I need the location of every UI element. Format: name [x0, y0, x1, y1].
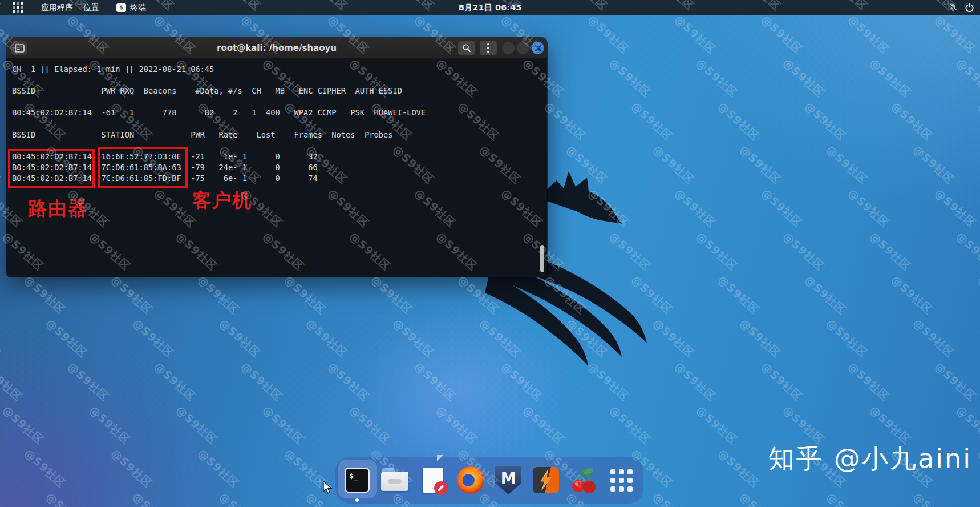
- metasploit-icon: M: [495, 466, 521, 494]
- terminal-task-label: 终端: [130, 3, 146, 13]
- router-annotation: 路由器: [28, 196, 88, 222]
- dock-item-cherrytree[interactable]: [568, 460, 600, 500]
- dock-item-metasploit[interactable]: M: [492, 460, 524, 500]
- firefox-icon: [457, 466, 484, 494]
- dock-item-firefox[interactable]: [455, 460, 487, 500]
- pencil-badge-icon: [434, 481, 448, 495]
- terminal-output-area[interactable]: CH 1 ][ Elapsed: 1 min ][ 2022-08-21 06:…: [6, 59, 547, 277]
- maximize-button[interactable]: [517, 42, 529, 54]
- file-manager-icon: [381, 468, 408, 492]
- cherrytree-icon: [570, 466, 598, 494]
- dock: $_ M: [335, 457, 643, 504]
- terminal-icon: $_: [345, 468, 370, 493]
- notifications-muted-icon[interactable]: [948, 3, 958, 13]
- menu-applications[interactable]: 应用程序: [38, 0, 76, 15]
- close-icon: [535, 45, 541, 51]
- running-indicator-dot: [355, 498, 359, 502]
- client-annotation: 客户机: [192, 188, 252, 214]
- scrollbar-thumb[interactable]: [540, 245, 544, 272]
- taskbar-item-terminal[interactable]: $ 终端: [113, 0, 149, 15]
- dock-item-burpsuite[interactable]: [530, 460, 562, 500]
- text-editor-icon: [423, 468, 443, 493]
- search-icon: [462, 43, 471, 53]
- dock-item-app-grid[interactable]: [606, 460, 638, 500]
- terminal-app-icon-button[interactable]: [11, 41, 27, 55]
- terminal-window: root@kali: /home/shaoyu CH 1 ][ Elapse: [6, 37, 548, 277]
- activities-grid-icon[interactable]: [9, 0, 27, 15]
- airodump-output: CH 1 ][ Elapsed: 1 min ][ 2022-08-21 06:…: [12, 64, 426, 184]
- burpsuite-icon: [533, 467, 559, 493]
- lightning-bolt-icon: [535, 469, 557, 492]
- dock-item-terminal[interactable]: $_: [341, 460, 373, 500]
- grid-icon: [13, 2, 23, 13]
- terminal-titlebar[interactable]: root@kali: /home/shaoyu: [6, 37, 547, 59]
- power-icon[interactable]: [965, 3, 974, 13]
- mini-terminal-icon: [15, 44, 25, 53]
- close-button[interactable]: [532, 42, 544, 54]
- minimize-button[interactable]: [502, 42, 515, 54]
- dock-item-files[interactable]: [379, 460, 411, 500]
- show-applications-icon: [610, 469, 633, 492]
- applications-label: 应用程序: [41, 3, 73, 13]
- kebab-menu-icon: [487, 43, 489, 53]
- credit-watermark: 知乎 @小九aini: [768, 441, 972, 477]
- clock[interactable]: 8月21日 06:45: [459, 0, 521, 15]
- desktop: 应用程序 位置 $ 终端 8月21日 06:45: [0, 0, 980, 507]
- terminal-task-icon: $: [116, 3, 126, 12]
- search-button[interactable]: [458, 41, 475, 55]
- top-bar: 应用程序 位置 $ 终端 8月21日 06:45: [0, 0, 980, 15]
- dock-item-text-editor[interactable]: [417, 460, 449, 500]
- hamburger-menu-button[interactable]: [480, 41, 497, 55]
- menu-places[interactable]: 位置: [80, 0, 103, 15]
- places-label: 位置: [83, 3, 99, 13]
